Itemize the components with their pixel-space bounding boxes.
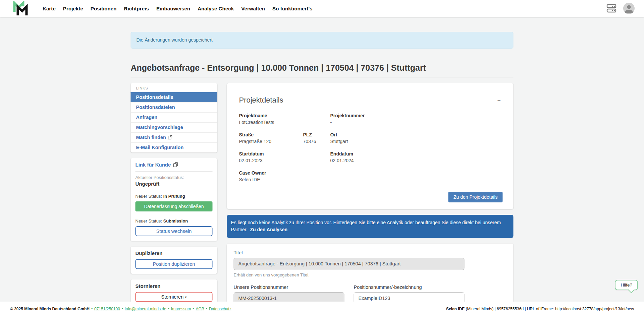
ort-label: Ort — [330, 132, 503, 138]
sidebar-item-match-finden[interactable]: Match finden — [131, 132, 217, 142]
sidebar-item-label: Matchingvorschläge — [136, 125, 183, 130]
page-title: Angebotsanfrage - Entsorgung | 10.000 To… — [131, 63, 514, 77]
top-navigation-bar: Karte Projekte Positionen Richtpreis Ein… — [0, 0, 644, 17]
finish-data-entry-button[interactable]: Datenerfassung abschließen — [136, 201, 213, 211]
current-status-label: Aktueller Positionsstatus: — [136, 175, 213, 180]
projektname-label: Projektname — [239, 113, 330, 119]
cancel-dropdown-button[interactable]: Stornieren▾ — [136, 292, 213, 302]
help-button[interactable]: Hilfe? — [615, 280, 638, 290]
nav-item-karte[interactable]: Karte — [39, 3, 59, 14]
footer-agb-link[interactable]: AGB — [196, 307, 204, 311]
user-avatar[interactable] — [623, 3, 635, 14]
nav-item-verwalten[interactable]: Verwalten — [237, 3, 269, 14]
footer: © 2025 Mineral Minds Deutschland GmbH071… — [0, 302, 644, 316]
projektnummer-value: - — [330, 120, 503, 125]
links-card: LINKS Positionsdetails Positionsdateien … — [131, 83, 217, 152]
project-details-title: Projektdetails — [239, 96, 283, 105]
footer-phone-link[interactable]: 07151/250100 — [94, 307, 120, 311]
sidebar-item-positionsdateien[interactable]: Positionsdateien — [131, 102, 217, 112]
footer-datenschutz-link[interactable]: Datenschutz — [209, 307, 231, 311]
external-link-icon — [168, 135, 172, 139]
titel-help: Erhält den von uns vorgegebenen Titel. — [234, 272, 465, 277]
sidebar-item-anfragen[interactable]: Anfragen — [131, 112, 217, 122]
go-to-project-details-button[interactable]: Zu den Projektdetails — [448, 192, 503, 202]
nav-item-projekte[interactable]: Projekte — [59, 3, 87, 14]
links-card-header: LINKS — [131, 83, 217, 92]
cancel-card-title: Stornieren — [136, 283, 213, 289]
new-status-2: Neuer Status: Submission — [136, 218, 213, 224]
detail-row: Straße Pragstraße 120 PLZ 70376 Ort Stut… — [239, 129, 503, 148]
detail-row: Case Owner Selen IDE — [239, 167, 503, 186]
sidebar-item-label: Positionsdetails — [136, 94, 173, 100]
sidebar: LINKS Positionsdetails Positionsdateien … — [131, 83, 217, 312]
unsere-positionsnummer-label: Unsere Positionsnummer — [234, 285, 344, 290]
nav-item-einbauweisen[interactable]: Einbauweisen — [153, 3, 194, 14]
sidebar-item-matchingvorschlaege[interactable]: Matchingvorschläge — [131, 122, 217, 132]
status-card: Link für Kunde Aktueller Positionsstatus… — [131, 158, 217, 241]
analytics-info-banner: Es liegt noch keine Analytik zu Ihrer Po… — [227, 215, 514, 238]
startdatum-value: 02.01.2023 — [239, 158, 330, 164]
main-content: Die Änderungen wurden gespeichert Angebo… — [131, 17, 514, 316]
sidebar-item-label: Match finden — [136, 135, 166, 140]
plz-label: PLZ — [303, 132, 330, 138]
new-status-1: Neuer Status: In Prüfung — [136, 194, 213, 199]
main-nav: Karte Projekte Positionen Richtpreis Ein… — [39, 3, 316, 14]
sidebar-item-email-konfiguration[interactable]: E-Mail Konfiguration — [131, 142, 217, 152]
switch-status-button[interactable]: Status wechseln — [136, 226, 213, 236]
titel-input — [234, 258, 465, 270]
positionsnummer-label: Positionsnummer/-bezeichnung — [354, 285, 465, 290]
strasse-value: Pragstraße 120 — [239, 139, 303, 144]
caret-down-icon: ▾ — [185, 295, 186, 299]
projektname-value: LotCreationTests — [239, 120, 330, 125]
enddatum-label: Enddatum — [330, 151, 503, 157]
duplicate-card: Duplizieren Position duplizieren — [131, 247, 217, 274]
enddatum-value: 02.01.2024 — [330, 158, 503, 164]
saved-alert: Die Änderungen wurden gespeichert — [131, 32, 514, 49]
detail-row: Projektname LotCreationTests Projektnumm… — [239, 110, 503, 129]
divider — [136, 215, 213, 215]
current-status-value: Ungeprüft — [136, 181, 213, 187]
footer-copyright: © 2025 Mineral Minds Deutschland GmbH — [10, 307, 90, 311]
strasse-label: Straße — [239, 132, 303, 138]
copy-icon — [173, 162, 178, 167]
detail-row: Startdatum 02.01.2023 Enddatum 02.01.202… — [239, 148, 503, 167]
duplicate-position-button[interactable]: Position duplizieren — [136, 259, 213, 269]
sidebar-item-label: E-Mail Konfiguration — [136, 145, 184, 150]
nav-item-analyse-check[interactable]: Analyse Check — [194, 3, 237, 14]
nav-item-positionen[interactable]: Positionen — [87, 3, 120, 14]
go-to-analyses-link[interactable]: Zu den Analysen — [250, 227, 288, 232]
titel-label: Titel — [234, 250, 465, 255]
plz-value: 70376 — [303, 139, 330, 144]
footer-email-link[interactable]: info@mineral-minds.de — [125, 307, 166, 311]
sidebar-item-label: Positionsdateien — [136, 105, 175, 110]
ort-value: Stuttgart — [330, 139, 503, 144]
customer-link-label: Link für Kunde — [136, 162, 171, 168]
footer-impressum-link[interactable]: Impressum — [171, 307, 191, 311]
duplicate-card-title: Duplizieren — [136, 250, 213, 256]
footer-session-info: Selen IDE (Mineral Minds) | 69576255536d… — [446, 307, 634, 311]
nav-item-so-funktionierts[interactable]: So funktioniert's — [269, 3, 316, 14]
sidebar-item-label: Anfragen — [136, 115, 158, 120]
sidebar-item-positionsdetails[interactable]: Positionsdetails — [131, 92, 217, 102]
startdatum-label: Startdatum — [239, 151, 330, 157]
customer-link[interactable]: Link für Kunde — [136, 162, 178, 168]
case-owner-label: Case Owner — [239, 170, 503, 176]
minus-icon[interactable]: – — [495, 96, 502, 104]
case-owner-value: Selen IDE — [239, 177, 503, 183]
projektnummer-label: Projektnummer — [330, 113, 503, 119]
divider — [136, 171, 213, 172]
divider — [136, 190, 213, 190]
brand-logo[interactable] — [13, 1, 28, 15]
storage-icon[interactable] — [605, 3, 618, 14]
project-details-card: Projektdetails – Projektname LotCreation… — [227, 83, 514, 209]
nav-item-richtpreis[interactable]: Richtpreis — [120, 3, 153, 14]
